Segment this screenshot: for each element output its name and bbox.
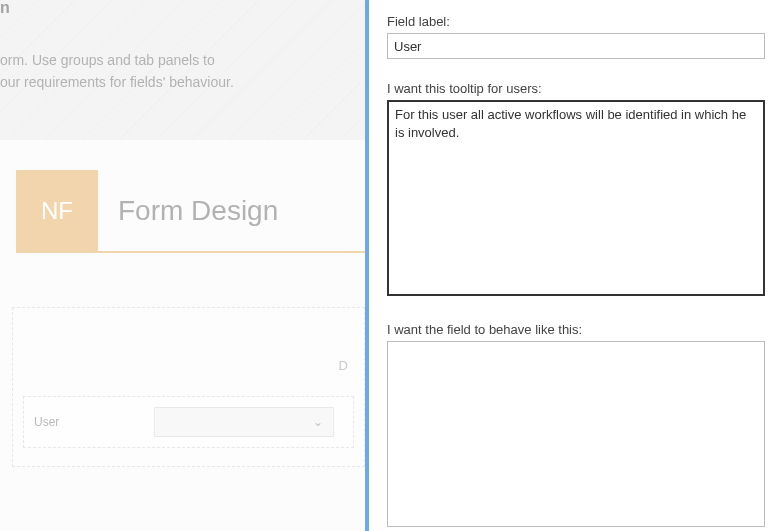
field-container-user[interactable]: User ⌄ [23,396,354,448]
behave-textarea[interactable] [387,341,765,527]
user-dropdown[interactable]: ⌄ [154,407,334,437]
form-drop-zone[interactable]: D User ⌄ [12,307,365,467]
hero-title-fragment: n [0,0,10,17]
tooltip-caption: I want this tooltip for users: [387,81,765,96]
field-label-caption: Field label: [387,14,765,29]
field-label-input[interactable] [387,33,765,59]
drop-placeholder: D [23,318,354,388]
field-label-user: User [34,415,134,429]
main-canvas: n orm. Use groups and tab panels to our … [0,0,365,531]
hero-description-line-2: our requirements for fields' behaviour. [0,72,357,94]
chevron-down-icon: ⌄ [313,415,323,429]
section-header: NF Form Design [16,170,365,253]
properties-panel: Field label: I want this tooltip for use… [365,0,783,531]
tooltip-textarea[interactable] [387,100,765,296]
placeholder-letter: D [339,358,348,373]
behave-caption: I want the field to behave like this: [387,322,765,337]
section-title: Form Design [118,195,278,227]
hero-description-line-1: orm. Use groups and tab panels to [0,50,357,72]
section-badge: NF [16,170,98,252]
hero-banner: n orm. Use groups and tab panels to our … [0,0,365,140]
